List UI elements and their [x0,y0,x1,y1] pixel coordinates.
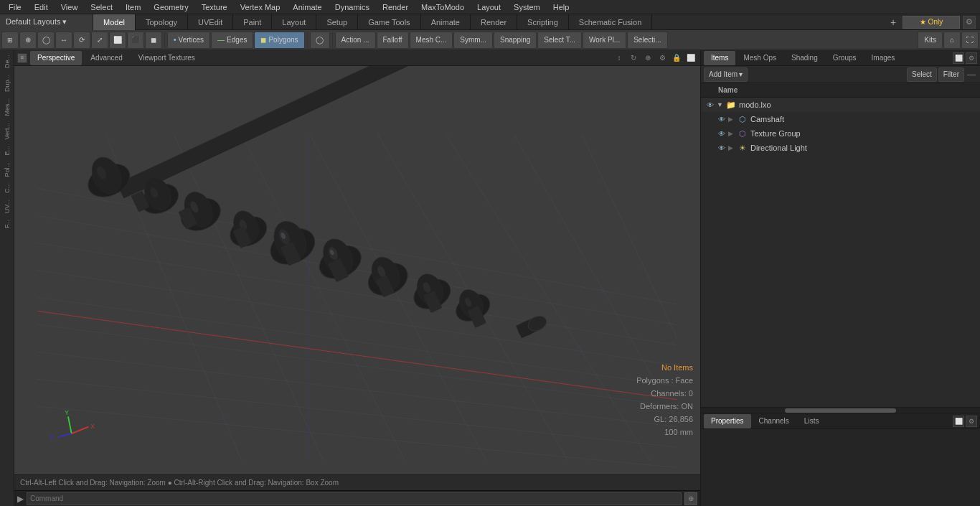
viewport-rotate-icon[interactable]: ↻ [627,52,640,65]
menu-animate[interactable]: Animate [287,0,327,14]
tool-lasso[interactable]: ◯ [37,32,55,49]
viewport-menu-btn[interactable]: ≡ [17,53,27,63]
tab-shading[interactable]: Shading [784,51,825,65]
items-settings-btn[interactable]: ⚙ [966,52,977,64]
viewport-canvas[interactable]: X Y Z No Items Polygons : Face Channels:… [14,66,700,474]
menu-system[interactable]: System [508,0,546,14]
tool-fullscreen[interactable]: ⛶ [961,32,979,49]
prop-expand-btn[interactable]: ⬜ [953,416,964,427]
items-scrollbar-thumb[interactable] [785,408,897,413]
tool-grid[interactable]: ⊕ [19,32,37,49]
add-item-button[interactable]: Add Item ▾ [704,67,748,82]
viewport-tab-perspective[interactable]: Perspective [30,51,82,65]
tool-bevel[interactable]: ◼ [145,32,162,49]
tool-home[interactable]: ⌂ [943,32,961,49]
layout-tab-gametools[interactable]: Game Tools [358,14,421,30]
filter-button[interactable]: Filter [938,67,964,82]
sidebar-item-dup[interactable]: Dup... [2,72,12,95]
menu-view[interactable]: View [55,0,84,14]
tool-mirror[interactable]: ⬛ [127,32,144,49]
menu-vertexmap[interactable]: Vertex Map [235,0,286,14]
viewport-tab-textures[interactable]: Viewport Textures [131,51,202,65]
item-modo-lxo[interactable]: 👁 ▼ 📁 modo.lxo [701,98,980,112]
toggle-directional-light[interactable]: ▶ [728,144,737,151]
tool-rotate[interactable]: ⟳ [73,32,90,49]
sidebar-item-c[interactable]: C... [2,180,12,196]
layout-tab-schematic[interactable]: Schematic Fusion [569,14,652,30]
meshc-button[interactable]: Mesh C... [410,32,453,49]
menu-file[interactable]: File [3,0,27,14]
sidebar-item-pol[interactable]: Pol... [2,159,12,180]
tab-groups[interactable]: Groups [826,51,864,65]
layout-tab-model[interactable]: Model [93,14,136,30]
viewport-settings-icon[interactable]: ⚙ [656,52,669,65]
item-texture-group[interactable]: 👁 ▶ ⬡ Texture Group [701,126,980,141]
tab-channels[interactable]: Channels [752,414,796,428]
tab-images[interactable]: Images [864,51,903,65]
sidebar-item-mes[interactable]: Mes... [2,95,12,119]
edges-button[interactable]: — Edges [211,32,253,49]
workpl-button[interactable]: Work Pl... [583,32,626,49]
eye-directional-light[interactable]: 👁 [715,141,728,154]
vertices-button[interactable]: • Vertices [167,32,210,49]
prop-settings-btn[interactable]: ⚙ [966,416,977,427]
tab-items[interactable]: Items [704,51,735,65]
sidebar-item-vert[interactable]: Vert... [2,120,12,143]
layout-tab-scripting[interactable]: Scripting [517,14,569,30]
menu-select[interactable]: Select [85,0,118,14]
viewport-zoom-icon[interactable]: ⊕ [641,52,654,65]
tab-lists[interactable]: Lists [797,414,826,428]
selecti-button[interactable]: Selecti... [627,32,667,49]
items-more-btn[interactable]: — [966,69,977,80]
menu-layout[interactable]: Layout [471,0,507,14]
items-list[interactable]: 👁 ▼ 📁 modo.lxo 👁 ▶ ⬡ Camshaft 👁 ▶ ⬡ Text… [701,98,980,407]
toggle-modo-lxo[interactable]: ▼ [717,101,725,108]
selectt-button[interactable]: Select T... [537,32,582,49]
tab-properties[interactable]: Properties [704,414,751,428]
toggle-texture-group[interactable]: ▶ [728,130,737,137]
star-only-button[interactable]: ★ Only [903,16,960,29]
viewport-expand-icon[interactable]: ⬜ [684,52,697,65]
menu-maxtomodo[interactable]: MaxToModo [415,0,470,14]
sidebar-item-uv[interactable]: UV... [2,197,12,216]
layout-tab-setup[interactable]: Setup [316,14,358,30]
tool-transform[interactable]: ⬜ [109,32,126,49]
layout-tab-uvedit[interactable]: UVEdit [188,14,233,30]
menu-render[interactable]: Render [377,0,414,14]
item-directional-light[interactable]: 👁 ▶ ☀ Directional Light [701,141,980,155]
layout-tab-layout[interactable]: Layout [272,14,316,30]
action-button[interactable]: Action ... [335,32,376,49]
layout-tab-topology[interactable]: Topology [136,14,188,30]
tab-meshops[interactable]: Mesh Ops [736,51,783,65]
polygons-button[interactable]: ◼ Polygons [254,32,304,49]
items-expand-btn[interactable]: ⬜ [953,52,964,64]
toggle-camshaft[interactable]: ▶ [728,116,737,123]
menu-texture[interactable]: Texture [196,0,233,14]
menu-help[interactable]: Help [547,0,575,14]
symm-button[interactable]: Symm... [453,32,493,49]
sidebar-item-de[interactable]: De... [2,52,12,71]
layout-selector[interactable]: Default Layouts ▾ [0,14,93,30]
select-button[interactable]: Select [907,67,937,82]
tool-camera-view[interactable]: ⊞ [1,32,19,49]
command-search-button[interactable]: ⊕ [684,492,697,505]
command-input[interactable] [27,492,682,505]
sidebar-item-e[interactable]: E... [2,143,12,159]
eye-camshaft[interactable]: 👁 [715,113,728,126]
layout-tab-paint[interactable]: Paint [233,14,272,30]
viewport-lock-icon[interactable]: 🔒 [670,52,683,65]
sidebar-item-f[interactable]: F... [2,217,12,231]
eye-modo-lxo[interactable]: 👁 [704,98,717,111]
menu-dynamics[interactable]: Dynamics [329,0,375,14]
layout-settings-button[interactable]: ⚙ [963,16,976,29]
menu-geometry[interactable]: Geometry [148,0,194,14]
falloff-button[interactable]: Falloff [377,32,409,49]
layout-tab-animate[interactable]: Animate [421,14,471,30]
layout-tab-render[interactable]: Render [471,14,517,30]
viewport-move-icon[interactable]: ↕ [613,52,626,65]
layout-plus-button[interactable]: + [887,16,900,29]
tool-scale[interactable]: ⤢ [91,32,108,49]
tool-move[interactable]: ↔ [55,32,72,49]
eye-texture-group[interactable]: 👁 [715,127,728,140]
snapping-button[interactable]: Snapping [494,32,537,49]
